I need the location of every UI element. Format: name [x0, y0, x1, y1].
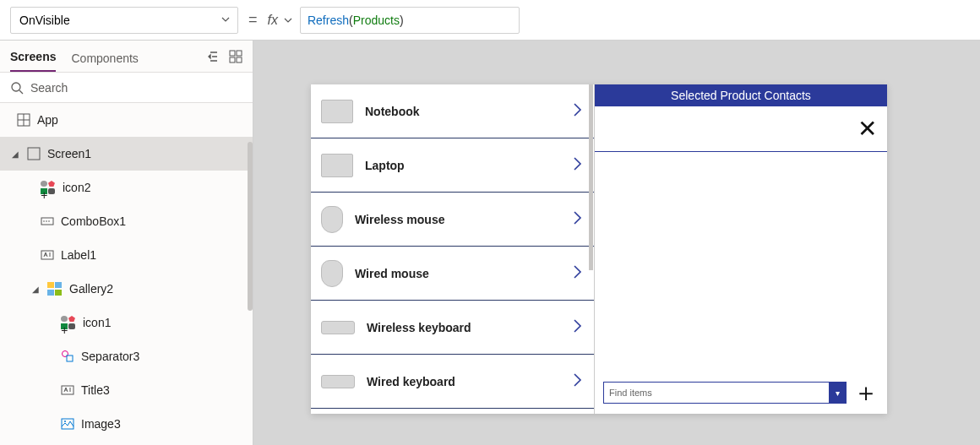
app-icon	[17, 113, 30, 127]
product-image	[321, 206, 343, 233]
equals-sign: =	[245, 11, 261, 29]
chevron-right-icon[interactable]	[572, 101, 584, 122]
product-title: Wired keyboard	[367, 375, 560, 388]
fx-label[interactable]: fx	[268, 13, 293, 28]
grid-view-icon[interactable]	[229, 50, 242, 67]
product-title: Laptop	[365, 159, 560, 172]
chevron-down-icon	[283, 15, 293, 25]
property-selector-value: OnVisible	[19, 14, 70, 27]
gallery-item[interactable]: Wired mouse	[311, 247, 594, 301]
close-icon[interactable]: ✕	[858, 117, 877, 141]
tab-components[interactable]: Components	[71, 52, 138, 72]
chevron-down-icon[interactable]: ▾	[829, 383, 846, 403]
svg-rect-1	[237, 51, 242, 56]
contacts-list	[595, 152, 887, 372]
products-gallery[interactable]: NotebookLaptopWireless mouseWired mouseW…	[311, 84, 595, 414]
gallery-item[interactable]: Wired keyboard	[311, 355, 594, 409]
product-title: Wireless mouse	[355, 213, 560, 226]
chevron-right-icon[interactable]	[572, 155, 584, 176]
label-icon	[41, 248, 54, 262]
formula-input[interactable]: Refresh ( Products )	[300, 7, 520, 34]
scrollbar-thumb[interactable]	[248, 142, 253, 311]
combobox-icon	[41, 214, 54, 228]
svg-rect-2	[230, 57, 235, 62]
multi-icon: +	[41, 181, 56, 194]
svg-rect-13	[67, 355, 73, 361]
svg-rect-14	[62, 386, 74, 394]
product-image	[321, 321, 355, 334]
product-title: Wireless keyboard	[367, 321, 560, 334]
svg-rect-7	[41, 218, 53, 225]
panel-tabs: Screens Components	[0, 41, 253, 73]
multi-icon: +	[61, 316, 76, 329]
tree-node-image3[interactable]: Image3	[0, 407, 253, 441]
tree-node-separator3[interactable]: Separator3	[0, 339, 253, 373]
screen-icon	[27, 147, 41, 160]
tree-node-title3[interactable]: Title3	[0, 373, 253, 407]
property-selector[interactable]: OnVisible	[10, 7, 238, 34]
gallery-item[interactable]: Wireless mouse	[311, 193, 594, 247]
svg-rect-11	[41, 251, 53, 259]
expand-icon[interactable]: ◢	[10, 149, 20, 159]
svg-point-16	[64, 421, 66, 422]
svg-point-10	[48, 220, 50, 222]
tree-node-screen1[interactable]: ◢ Screen1	[0, 137, 253, 171]
gallery-item[interactable]: Wireless keyboard	[311, 301, 594, 355]
formula-bar: OnVisible = fx Refresh ( Products )	[0, 0, 980, 41]
svg-point-4	[12, 83, 20, 91]
tree-view-panel: Screens Components Search App ◢	[0, 41, 253, 445]
contacts-panel: Selected Product Contacts ✕ Find items ▾…	[595, 84, 887, 414]
label-icon	[61, 383, 74, 397]
gallery-icon	[47, 282, 63, 296]
product-title: Notebook	[365, 105, 560, 118]
tree-node-label1[interactable]: Label1	[0, 238, 253, 272]
image-icon	[61, 417, 74, 431]
tree-node-icon1[interactable]: + icon1	[0, 306, 253, 339]
app-screen: NotebookLaptopWireless mouseWired mouseW…	[311, 84, 887, 414]
search-placeholder: Search	[30, 81, 68, 95]
list-options-icon[interactable]	[207, 50, 220, 67]
find-items-combobox[interactable]: Find items ▾	[603, 382, 847, 404]
tree-node-app[interactable]: App	[0, 103, 253, 137]
contacts-header: Selected Product Contacts	[595, 84, 887, 106]
tree-node-gallery2[interactable]: ◢ Gallery2	[0, 272, 253, 306]
chevron-down-icon	[220, 14, 231, 27]
shape-icon	[61, 350, 74, 363]
svg-point-9	[46, 220, 47, 222]
gallery-item[interactable]: Laptop	[311, 138, 594, 193]
product-image	[321, 100, 353, 123]
design-canvas[interactable]: NotebookLaptopWireless mouseWired mouseW…	[253, 41, 980, 445]
svg-rect-3	[237, 57, 242, 62]
tab-screens[interactable]: Screens	[10, 50, 56, 72]
add-icon[interactable]: ＋	[853, 380, 879, 405]
tree-view: App ◢ Screen1 + icon2 ComboBox1 Label1 ◢	[0, 103, 253, 445]
chevron-right-icon[interactable]	[572, 209, 584, 230]
gallery-item[interactable]: Notebook	[311, 84, 594, 138]
svg-rect-0	[230, 51, 235, 56]
chevron-right-icon[interactable]	[572, 317, 584, 338]
chevron-right-icon[interactable]	[572, 263, 584, 284]
tree-node-combobox1[interactable]: ComboBox1	[0, 204, 253, 238]
search-input[interactable]: Search	[0, 73, 253, 103]
chevron-right-icon[interactable]	[572, 372, 584, 392]
expand-icon[interactable]: ◢	[30, 285, 41, 294]
product-image	[321, 375, 355, 388]
product-title: Wired mouse	[355, 267, 560, 280]
search-icon	[10, 81, 24, 95]
scrollbar-thumb[interactable]	[589, 84, 593, 270]
product-image	[321, 154, 353, 177]
svg-rect-6	[28, 148, 40, 160]
product-image	[321, 260, 343, 287]
tree-node-icon2[interactable]: + icon2	[0, 171, 253, 204]
svg-point-8	[43, 220, 45, 222]
